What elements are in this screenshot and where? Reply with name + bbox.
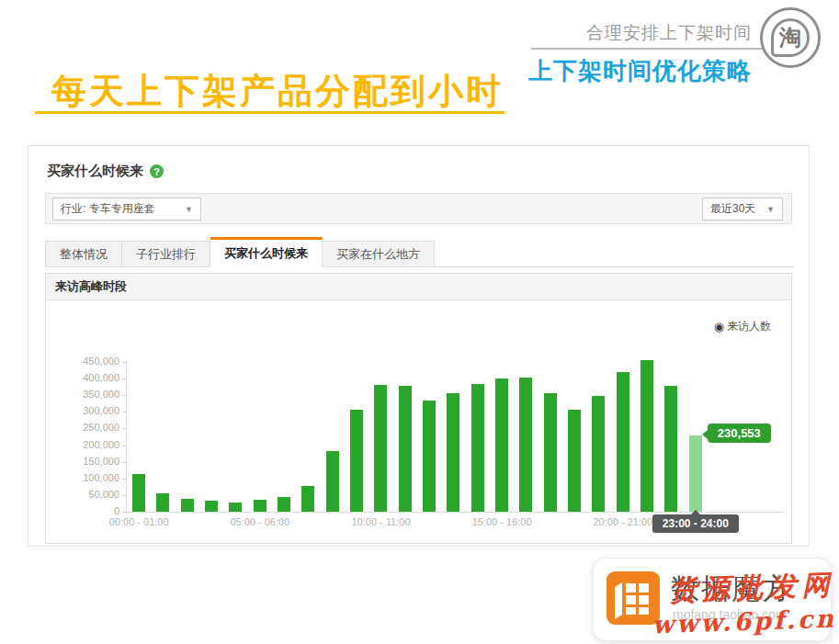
bar-08:00 - 09:00[interactable] [326,451,339,512]
y-tick-mark [122,462,126,463]
bar-slot [490,362,514,512]
legend-dot-icon: ◉ [714,321,724,333]
bar-slot [562,362,586,512]
y-tick-mark [122,412,126,412]
analytics-panel: 买家什么时候来 ? 行业: 专车专用座套 ▼ 最近30天 ▼ 整体情况子行业排行… [28,145,810,547]
bar-slot [586,362,610,512]
bar-slot [223,362,247,512]
y-tick-mark [122,479,126,480]
highlighted-x-label: 23:00 - 24:00 [652,514,739,533]
mofang-logo-card: 数据魔方 mofang.taobao.com [593,558,832,641]
help-icon[interactable]: ? [150,164,164,178]
bar-slot [272,362,296,512]
date-range-value: 最近30天 [710,201,755,217]
chevron-down-icon: ▼ [766,205,775,214]
bar-12:00 - 13:00[interactable] [423,401,436,512]
slide-subtitle: 上下架时间优化策略 [528,55,752,87]
bar-slot [539,362,562,512]
bar-slot [417,362,441,512]
y-tick-label: 200,000 [83,439,119,450]
section-header: 来访高峰时段 [46,274,791,300]
y-tick-mark [122,495,126,496]
bar-06:00 - 07:00[interactable] [278,497,290,512]
y-tick-mark [122,362,126,363]
bar-18:00 - 19:00[interactable] [568,410,581,512]
bar-15:00 - 16:00[interactable] [495,378,508,512]
tab-3[interactable]: 买家在什么地方 [323,241,435,267]
bar-09:00 - 10:00[interactable] [350,410,363,512]
y-tick-label: 400,000 [83,372,119,383]
slide-main-title: 每天上下架产品分配到小时 [51,68,504,115]
bar-04:00 - 05:00[interactable] [229,503,242,512]
y-tick-mark [122,378,126,379]
mofang-logo-url: mofang.taobao.com [673,607,787,622]
bar-23:00 - 24:00[interactable] [689,435,702,513]
y-tick-mark [122,395,126,396]
bar-07:00 - 08:00[interactable] [301,486,314,512]
date-range-select[interactable]: 最近30天 ▼ [702,198,783,220]
bar-slot [199,362,223,512]
industry-select[interactable]: 行业: 专车专用座套 ▼ [52,198,201,220]
y-tick-label: 300,000 [83,405,119,416]
bar-03:00 - 04:00[interactable] [205,501,218,512]
bar-slot [321,362,345,512]
x-tick-label: 05:00 - 06:00 [230,516,289,527]
y-tick-label: 150,000 [83,456,119,467]
bar-slot [176,362,199,512]
filter-bar: 行业: 专车专用座套 ▼ 最近30天 ▼ [45,193,792,224]
title-underline [35,111,505,114]
bar-02:00 - 03:00[interactable] [181,499,194,512]
bar-16:00 - 17:00[interactable] [519,378,532,512]
x-axis-labels: 00:00 - 01:0005:00 - 06:0010:00 - 11:001… [127,516,708,531]
y-tick-label: 100,000 [83,472,119,483]
y-tick-mark [122,428,126,429]
x-tick-label: 15:00 - 16:00 [472,516,532,527]
bar-01:00 - 02:00[interactable] [156,493,169,512]
bar-slot [127,362,151,512]
x-tick-label: 10:00 - 11:00 [351,516,410,527]
bar-00:00 - 01:00[interactable] [132,474,145,512]
header-divider [531,48,768,50]
bar-20:00 - 21:00[interactable] [617,372,629,512]
bar-slot [514,362,538,512]
x-tick-label: 00:00 - 01:00 [109,516,169,527]
x-tick-label: 20:00 - 21:00 [593,516,652,527]
bar-10:00 - 11:00[interactable] [374,385,387,512]
legend-visitors[interactable]: ◉ 来访人数 [714,319,771,334]
bars-container [127,362,708,512]
bar-19:00 - 20:00[interactable] [592,396,605,512]
tab-1[interactable]: 子行业排行 [122,241,210,267]
bar-17:00 - 18:00[interactable] [544,393,557,512]
mofang-cube-icon [607,571,660,625]
bar-22:00 - 23:00[interactable] [664,386,677,512]
bar-21:00 - 22:00[interactable] [641,360,653,512]
bar-05:00 - 06:00[interactable] [254,500,266,512]
y-tick-mark [122,512,126,513]
y-tick-label: 50,000 [88,489,119,500]
cube-grid-glyph [607,571,660,625]
y-tick-label: 0 [114,505,119,516]
panel-title-row: 买家什么时候来 ? [47,163,164,180]
tab-2[interactable]: 买家什么时候来 [210,237,323,267]
y-tick-label: 250,000 [83,422,119,433]
industry-select-value: 行业: 专车专用座套 [61,201,155,217]
panel-title: 买家什么时候来 [47,163,143,180]
bar-slot [151,362,175,512]
mofang-logo-text: 数据魔方 [671,570,792,608]
bar-14:00 - 15:00[interactable] [471,384,484,512]
value-tooltip: 230,553 [708,424,771,443]
bar-slot [441,362,465,512]
x-axis-line [126,512,784,513]
tab-0[interactable]: 整体情况 [45,241,122,267]
y-tick-mark [122,446,126,446]
bar-13:00 - 14:00[interactable] [447,393,459,512]
y-tick-label: 350,000 [83,389,119,400]
bar-slot [393,362,417,512]
bar-slot [659,362,683,512]
bar-slot [248,362,272,512]
chevron-down-icon: ▼ [185,205,193,214]
corner-title: 合理安排上下架时间 [586,21,752,45]
bar-11:00 - 12:00[interactable] [399,386,412,512]
plot-area [127,362,708,512]
taobao-university-logo: 淘 [760,7,821,68]
